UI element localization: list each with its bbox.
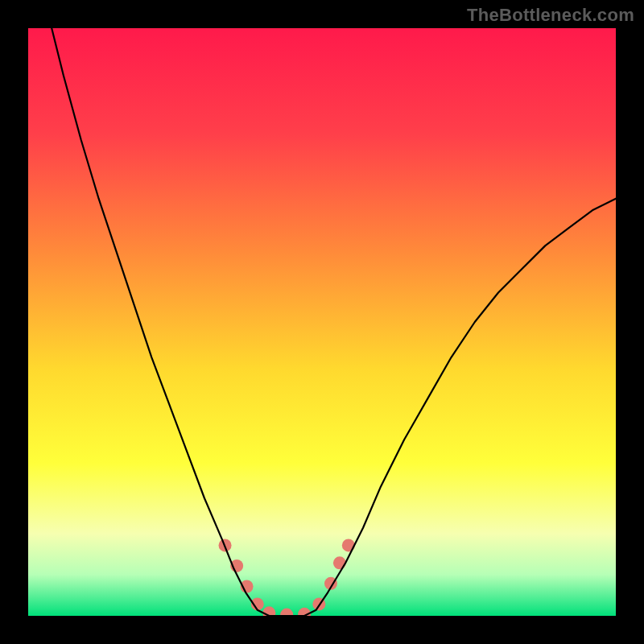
plot-area xyxy=(28,28,616,616)
bottleneck-curve xyxy=(52,28,616,616)
curve-layer xyxy=(28,28,616,616)
marker-dot xyxy=(280,609,293,616)
watermark-text: TheBottleneck.com xyxy=(467,5,634,26)
marker-dot xyxy=(298,608,311,616)
chart-frame: TheBottleneck.com xyxy=(0,0,644,644)
marker-dot xyxy=(333,556,346,569)
